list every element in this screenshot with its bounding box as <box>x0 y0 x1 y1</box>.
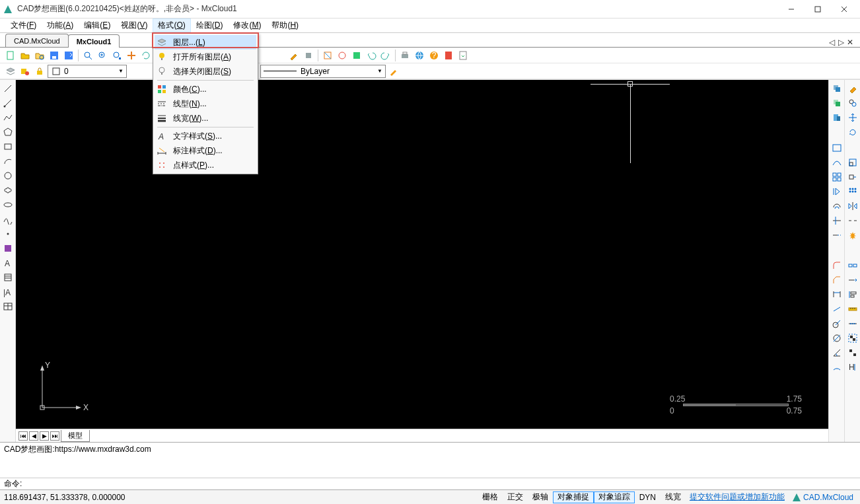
zoom-window-icon[interactable] <box>81 49 94 62</box>
dim-linear-icon[interactable] <box>830 289 843 301</box>
redo-icon[interactable] <box>379 49 392 62</box>
ray-icon[interactable] <box>1 97 15 109</box>
tab-next-icon[interactable]: ▷ <box>836 38 845 47</box>
layout-model-tab[interactable]: 模型 <box>61 430 90 442</box>
divide-icon[interactable] <box>846 318 859 330</box>
layerprev-icon[interactable] <box>18 65 32 78</box>
spline-icon[interactable] <box>1 213 15 225</box>
menu-lineweight[interactable]: 线宽(W)... <box>155 111 256 126</box>
revcloud-icon[interactable] <box>1 184 15 196</box>
browse-icon[interactable] <box>33 49 46 62</box>
layer-combo[interactable]: 0 ▼ <box>48 65 127 78</box>
pan-icon[interactable] <box>125 49 138 62</box>
status-ortho[interactable]: 正交 <box>503 491 528 503</box>
ellipse-icon[interactable] <box>1 199 15 211</box>
move-icon[interactable] <box>846 112 859 124</box>
brush-icon[interactable] <box>287 49 301 62</box>
line-icon[interactable] <box>1 83 15 94</box>
block-icon[interactable] <box>1 242 15 254</box>
export-icon[interactable] <box>456 49 470 62</box>
menu-layer[interactable]: 图层...(L) <box>155 35 256 50</box>
menu-function[interactable]: 功能(A) <box>42 18 79 32</box>
measure-icon[interactable] <box>846 303 859 315</box>
mirror2-icon[interactable] <box>846 200 859 212</box>
status-brand[interactable]: CAD.MxCloud <box>789 492 856 503</box>
linetype-combo[interactable]: ByLayer ▼ <box>260 65 386 78</box>
dim-aligned-icon[interactable] <box>830 303 843 315</box>
stretch-icon[interactable] <box>846 171 859 183</box>
lengthen-icon[interactable] <box>846 274 859 286</box>
minimize-button[interactable] <box>778 1 805 18</box>
new-icon[interactable] <box>4 49 17 62</box>
align-icon[interactable] <box>846 289 859 301</box>
print-icon[interactable] <box>398 49 412 62</box>
copy-icon[interactable] <box>830 83 843 94</box>
polygon-icon[interactable] <box>1 126 15 138</box>
status-grid[interactable]: 栅格 <box>478 491 503 503</box>
status-lweight[interactable]: 线宽 <box>661 491 686 503</box>
scale-icon[interactable] <box>846 157 859 168</box>
saveas-icon[interactable] <box>62 49 75 62</box>
undo-icon[interactable] <box>365 49 378 62</box>
paint-icon[interactable] <box>302 49 315 62</box>
grid-icon[interactable] <box>830 171 843 183</box>
menu-view[interactable]: 视图(V) <box>116 18 153 32</box>
menu-linetype[interactable]: 线型(N)... <box>155 96 256 111</box>
menu-format[interactable]: 格式(O) <box>153 18 190 32</box>
pdf-icon[interactable] <box>442 49 455 62</box>
dim-arc-icon[interactable] <box>830 361 843 373</box>
table-icon[interactable] <box>1 301 15 312</box>
dim-angle-icon[interactable] <box>830 347 843 359</box>
menu-modify[interactable]: 修改(M) <box>228 18 266 32</box>
matchprops-icon[interactable] <box>387 65 400 78</box>
join-icon[interactable] <box>846 260 859 271</box>
open-icon[interactable] <box>18 49 32 62</box>
polyline-icon[interactable] <box>1 112 15 124</box>
group-icon[interactable] <box>846 332 859 344</box>
tab-close-icon[interactable]: ✕ <box>845 38 855 47</box>
command-line[interactable]: 命令: <box>0 478 860 489</box>
tool-c-icon[interactable] <box>350 49 363 62</box>
layout-next-icon[interactable]: ▶ <box>40 431 49 441</box>
fillet-icon[interactable] <box>830 260 843 271</box>
zoom-extents-icon[interactable] <box>110 49 124 62</box>
save-icon[interactable] <box>48 49 61 62</box>
explode-icon[interactable] <box>846 229 859 241</box>
menu-edit[interactable]: 编辑(E) <box>79 18 116 32</box>
menu-open-all-layers[interactable]: 打开所有图层(A) <box>155 50 256 64</box>
tool-a-icon[interactable] <box>321 49 334 62</box>
break-icon[interactable] <box>846 215 859 227</box>
edit-text-icon[interactable]: H <box>846 361 859 373</box>
status-feedback-link[interactable]: 提交软件问题或增加新功能 <box>686 491 789 503</box>
dim-dia-icon[interactable] <box>830 332 843 344</box>
window-icon[interactable] <box>830 142 843 154</box>
array-icon[interactable] <box>846 186 859 198</box>
menu-close-sel-layer[interactable]: 选择关闭图层(S) <box>155 64 256 79</box>
drawing-canvas[interactable]: Y X 0.251.75 00.75 <box>16 80 828 429</box>
curve-icon[interactable] <box>830 157 843 168</box>
dim-radius-icon[interactable] <box>830 318 843 330</box>
menu-dimstyle[interactable]: 标注样式(D)... <box>155 143 256 158</box>
layer-lock-icon[interactable] <box>33 65 46 78</box>
layout-last-icon[interactable]: ⏭ <box>50 431 59 441</box>
erase-icon[interactable] <box>846 83 859 94</box>
close-button[interactable] <box>831 1 857 18</box>
menu-color[interactable]: 颜色(C)... <box>155 82 256 96</box>
point-icon[interactable] <box>1 228 15 240</box>
copy2-icon[interactable] <box>830 97 843 109</box>
menu-textstyle[interactable]: A 文字样式(S)... <box>155 129 256 143</box>
hatch-icon[interactable] <box>1 271 15 283</box>
menu-draw[interactable]: 绘图(D) <box>191 18 229 32</box>
rectangle-icon[interactable] <box>1 141 15 153</box>
tab-prev-icon[interactable]: ◁ <box>827 38 836 47</box>
menu-file[interactable]: 文件(F) <box>5 18 42 32</box>
trim-icon[interactable] <box>830 215 843 227</box>
status-otrack[interactable]: 对象追踪 <box>594 491 635 503</box>
ungroup-icon[interactable] <box>846 347 859 359</box>
tab-mxcloud1[interactable]: MxCloud1 <box>68 34 120 48</box>
status-polar[interactable]: 极轴 <box>528 491 553 503</box>
rotate-icon[interactable] <box>846 126 859 138</box>
regen-icon[interactable] <box>139 49 153 62</box>
zoom-in-icon[interactable] <box>96 49 109 62</box>
circle-icon[interactable] <box>1 170 15 182</box>
